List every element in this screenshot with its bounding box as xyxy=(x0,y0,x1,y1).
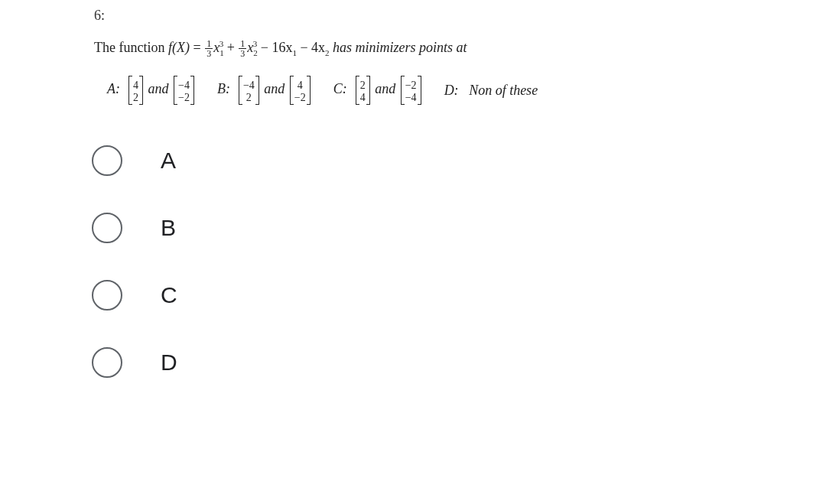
matrix-b2: 4−2 xyxy=(290,76,311,105)
function-name: f(X) xyxy=(168,40,190,55)
option-d-inline: D: Non of these xyxy=(444,83,538,99)
answer-letter-c: C xyxy=(161,282,177,308)
answer-letter-a: A xyxy=(161,148,176,174)
option-c-label: C: xyxy=(333,81,347,96)
and-b: and xyxy=(264,81,285,96)
answer-row-c[interactable]: C xyxy=(92,280,177,311)
radio-b[interactable] xyxy=(92,213,122,243)
option-b-inline: B: −42 and 4−2 xyxy=(217,76,312,105)
and-a: and xyxy=(148,81,169,96)
plus: + xyxy=(223,40,238,55)
radio-d[interactable] xyxy=(92,347,122,378)
answer-letter-b: B xyxy=(161,215,176,241)
minus-16x: − 16x xyxy=(257,40,292,55)
and-c: and xyxy=(375,81,395,96)
fraction-1: 13 xyxy=(205,39,213,58)
answer-row-a[interactable]: A xyxy=(92,145,177,176)
option-a-label: A: xyxy=(107,81,120,96)
option-b-label: B: xyxy=(217,81,230,96)
matrix-c2: −2−4 xyxy=(401,76,421,105)
matrix-a1: 42 xyxy=(128,76,143,105)
option-d-label: D: xyxy=(444,83,459,98)
question-number: 6: xyxy=(94,8,792,24)
matrix-b1: −42 xyxy=(239,76,259,105)
matrix-c1: 24 xyxy=(356,76,370,105)
option-d-text: Non of these xyxy=(469,83,538,98)
option-c-inline: C: 24 and −2−4 xyxy=(333,76,423,105)
question-text: The function f(X) = 13x13 + 13x23 − 16x1… xyxy=(94,35,792,60)
inline-options: A: 42 and −4−2 B: −42 and 4−2 C: 24 and … xyxy=(107,76,792,105)
question-suffix: has minimizers points at xyxy=(330,40,467,55)
question-prefix: The function xyxy=(94,40,168,55)
equals: = xyxy=(190,40,204,55)
radio-a[interactable] xyxy=(92,145,122,176)
answer-row-d[interactable]: D xyxy=(92,347,177,378)
answer-row-b[interactable]: B xyxy=(92,213,177,243)
option-a-inline: A: 42 and −4−2 xyxy=(107,76,196,105)
answer-options-list: A B C D xyxy=(92,145,177,415)
radio-c[interactable] xyxy=(92,280,122,311)
fraction-2: 13 xyxy=(239,39,246,58)
question-container: 6: The function f(X) = 13x13 + 13x23 − 1… xyxy=(80,0,792,112)
answer-letter-d: D xyxy=(161,350,177,376)
term1-x: x xyxy=(213,40,220,55)
matrix-a2: −4−2 xyxy=(174,76,194,105)
minus-4x: − 4x xyxy=(297,40,325,55)
